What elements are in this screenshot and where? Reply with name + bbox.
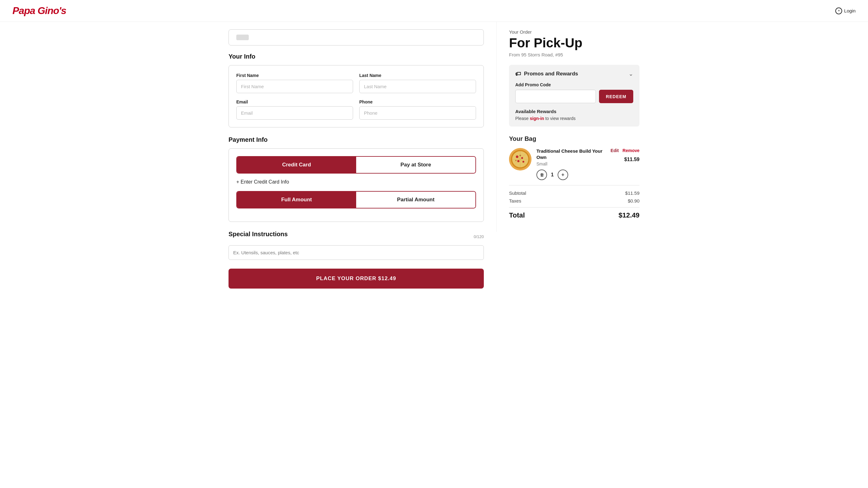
credit-card-button[interactable]: Credit Card: [237, 157, 356, 173]
last-name-input[interactable]: [359, 80, 476, 93]
phone-input[interactable]: [359, 106, 476, 120]
delete-item-button[interactable]: 🗑: [536, 170, 547, 180]
item-actions: 🗑 1 +: [536, 170, 606, 180]
enter-credit-card-link[interactable]: + Enter Credit Card Info: [236, 179, 476, 185]
email-input[interactable]: [236, 106, 353, 120]
last-name-label: Last Name: [359, 73, 476, 78]
remove-item-button[interactable]: Remove: [623, 148, 640, 153]
svg-point-3: [516, 155, 518, 158]
order-location: From 95 Storrs Road, #95: [509, 52, 640, 57]
edit-remove-actions: Edit Remove: [611, 148, 640, 153]
redeem-button[interactable]: REDEEM: [599, 90, 633, 103]
promos-header[interactable]: 🏷 Promos and Rewards ⌄: [515, 70, 633, 77]
promos-content: Add Promo Code REDEEM Available Rewards …: [515, 82, 633, 121]
item-price: $11.59: [624, 155, 640, 162]
header: Papa Gino's ⚬ Login: [0, 0, 868, 22]
taxes-row: Taxes $0.90: [509, 198, 640, 203]
top-card: [228, 29, 484, 46]
email-group: Email: [236, 99, 353, 120]
char-count: 0/120: [473, 234, 484, 239]
promos-title-text: Promos and Rewards: [524, 71, 578, 77]
quantity-display: 1: [547, 170, 558, 180]
taxes-label: Taxes: [509, 198, 521, 203]
taxes-value: $0.90: [628, 198, 640, 203]
total-label: Total: [509, 211, 525, 220]
partial-amount-button[interactable]: Partial Amount: [356, 192, 475, 208]
info-form-grid: First Name Last Name Email Phone: [236, 73, 476, 120]
add-promo-label: Add Promo Code: [515, 82, 633, 87]
login-label: Login: [844, 8, 856, 13]
edit-item-button[interactable]: Edit: [611, 148, 619, 153]
scroll-indicator: [236, 35, 249, 40]
special-instructions-section: Special Instructions 0/120: [228, 231, 484, 260]
email-label: Email: [236, 99, 353, 105]
phone-group: Phone: [359, 99, 476, 120]
full-amount-button[interactable]: Full Amount: [237, 192, 356, 208]
your-info-card: First Name Last Name Email Phone: [228, 65, 484, 127]
chevron-down-icon: ⌄: [628, 70, 633, 77]
payment-method-toggle: Credit Card Pay at Store: [236, 156, 476, 174]
pizza-image: [509, 148, 531, 170]
promos-rewards-box: 🏷 Promos and Rewards ⌄ Add Promo Code RE…: [509, 65, 640, 126]
special-instructions-title: Special Instructions: [228, 231, 288, 238]
your-bag-title: Your Bag: [509, 135, 640, 142]
subtotal-label: Subtotal: [509, 191, 526, 196]
rewards-text: Please sign-in to view rewards: [515, 116, 633, 121]
amount-toggle: Full Amount Partial Amount: [236, 191, 476, 208]
payment-info-title: Payment Info: [228, 136, 484, 143]
your-info-title: Your Info: [228, 53, 484, 60]
quantity-controls: 🗑 1 +: [536, 170, 568, 180]
main-layout: Your Info First Name Last Name Email Pho…: [216, 22, 652, 301]
logo: Papa Gino's: [12, 5, 66, 17]
left-panel: Your Info First Name Last Name Email Pho…: [228, 22, 496, 301]
total-value: $12.49: [619, 211, 640, 220]
order-label: Your Order: [509, 29, 640, 35]
promo-code-input[interactable]: [515, 90, 596, 103]
special-instructions-header: Special Instructions 0/120: [228, 231, 484, 243]
subtotal-value: $11.59: [625, 191, 640, 196]
tag-icon: 🏷: [515, 71, 521, 77]
promos-title: 🏷 Promos and Rewards: [515, 71, 578, 77]
first-name-label: First Name: [236, 73, 353, 78]
promo-input-row: REDEEM: [515, 90, 633, 103]
sign-in-link[interactable]: sign-in: [530, 116, 544, 121]
first-name-input[interactable]: [236, 80, 353, 93]
place-order-button[interactable]: PLACE YOUR ORDER $12.49: [228, 268, 484, 289]
first-name-group: First Name: [236, 73, 353, 93]
account-icon: ⚬: [835, 7, 842, 15]
last-name-group: Last Name: [359, 73, 476, 93]
increase-quantity-button[interactable]: +: [558, 170, 568, 180]
order-type: For Pick-Up: [509, 36, 640, 50]
bag-item: Traditional Cheese Build Your Own Small …: [509, 148, 640, 180]
rewards-suffix: to view rewards: [545, 116, 575, 121]
rewards-prefix: Please: [515, 116, 529, 121]
item-right: Edit Remove $11.59: [611, 148, 640, 162]
payment-info-card: Credit Card Pay at Store + Enter Credit …: [228, 148, 484, 222]
login-button[interactable]: ⚬ Login: [835, 7, 856, 15]
subtotal-row: Subtotal $11.59: [509, 191, 640, 196]
special-instructions-input[interactable]: [228, 245, 484, 260]
available-rewards-title: Available Rewards: [515, 109, 633, 114]
total-row: Total $12.49: [509, 207, 640, 220]
item-name: Traditional Cheese Build Your Own: [536, 148, 606, 160]
right-panel: Your Order For Pick-Up From 95 Storrs Ro…: [496, 22, 640, 232]
order-summary: Subtotal $11.59 Taxes $0.90 Total $12.49: [509, 185, 640, 220]
svg-point-8: [515, 160, 517, 161]
item-info: Traditional Cheese Build Your Own Small …: [536, 148, 606, 180]
item-size: Small: [536, 162, 606, 166]
pay-at-store-button[interactable]: Pay at Store: [356, 157, 475, 173]
phone-label: Phone: [359, 99, 476, 105]
